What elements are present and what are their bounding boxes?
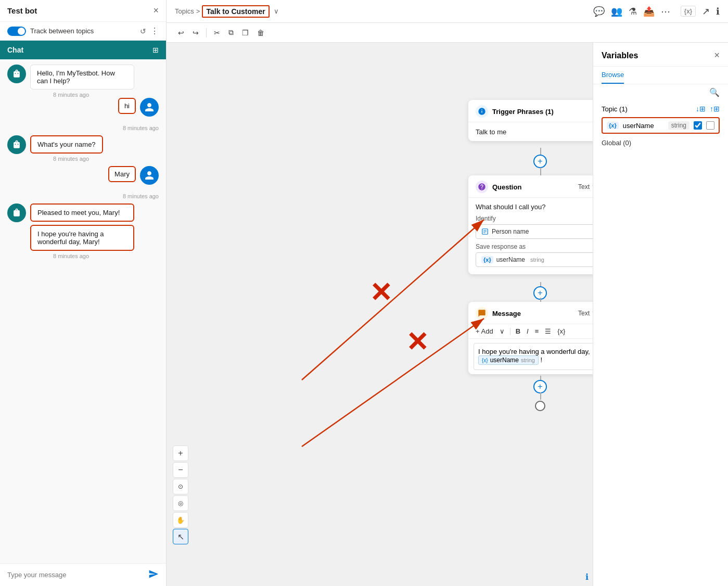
bullet-button[interactable]: ☰ — [543, 326, 553, 336]
question-text: What should I call you? — [476, 203, 593, 211]
sidebar-header: Test bot × — [0, 0, 166, 22]
variables-panel: Variables × Browse 🔍 Topic (1) ↓⊞ — [593, 43, 728, 586]
redo-button[interactable]: ↪ — [189, 27, 202, 39]
user-message-2: Mary — [108, 166, 136, 182]
var-item-name: userName — [623, 122, 664, 130]
message-type-chevron: ∨ — [592, 310, 593, 317]
bot-message-2: What's your name? — [30, 135, 103, 154]
message-content: ⧉ I hope you're having a wonderful day, … — [468, 339, 593, 374]
message-node-title: Message — [492, 310, 521, 317]
save-pill[interactable]: {x} userName string > — [476, 252, 593, 267]
bot-avatar — [7, 65, 26, 83]
connector-3b — [540, 392, 541, 400]
tab-browse[interactable]: Browse — [602, 67, 624, 84]
sidebar: Test bot × Track between topics ↺ ⋮ Chat… — [0, 0, 167, 586]
chat-input-row — [0, 563, 166, 586]
add-content-button[interactable]: + Add — [474, 326, 495, 336]
bold-button[interactable]: B — [514, 326, 522, 336]
copy-button[interactable]: ⧉ — [225, 26, 237, 39]
identify-pill[interactable]: Person name > — [476, 224, 593, 239]
msg-var-name: userName — [490, 356, 519, 364]
breadcrumb: Topics > Talk to Customer ∨ — [175, 5, 279, 18]
question-type-dropdown[interactable]: Text ∨ — [578, 183, 593, 190]
canvas-info-button[interactable]: ℹ — [585, 572, 589, 582]
message-type-dropdown[interactable]: Text ∨ — [578, 310, 593, 317]
variables-close-button[interactable]: × — [714, 50, 720, 61]
message-type-label: Text — [578, 310, 590, 317]
list-button[interactable]: ≡ — [533, 326, 541, 336]
bot-message-4: I hope you're having a wonderful day, Ma… — [30, 225, 134, 251]
user-avatar-2 — [140, 166, 159, 185]
variable-insert-button[interactable]: {x} — [555, 326, 567, 336]
chat-header: Chat ⊞ — [0, 41, 166, 59]
message-node-header: Message Text ∨ ⋮ — [468, 302, 593, 324]
trigger-node-body: Talk to me — [468, 122, 593, 141]
trigger-node-icon — [476, 105, 488, 118]
refresh-icon[interactable]: ↺ — [140, 27, 146, 35]
variables-title: Variables — [602, 51, 638, 60]
chat-input[interactable] — [7, 571, 148, 579]
bot-avatar-3 — [7, 203, 26, 222]
undo-button[interactable]: ↩ — [175, 27, 187, 39]
comment-icon[interactable]: 💬 — [593, 6, 605, 17]
question-node-title: Question — [492, 183, 521, 191]
message-toolbar: + Add ∨ B I ≡ ☰ {x} — [468, 324, 593, 339]
cut-button[interactable]: ✂ — [211, 27, 223, 39]
variables-topic-section: Topic (1) ↓⊞ ↑⊞ — [602, 105, 720, 113]
people-icon[interactable]: 👥 — [611, 6, 622, 17]
var-item-checkbox-empty[interactable] — [706, 121, 714, 130]
bot-message-2-time: 8 minutes ago — [53, 156, 103, 162]
canvas-area: ✕ ✕ Trigger Phrases (1) ⋮ — [167, 43, 593, 586]
delete-button[interactable]: 🗑 — [254, 27, 267, 39]
info-icon[interactable]: ℹ — [716, 6, 720, 17]
track-toggle[interactable] — [7, 27, 26, 36]
bot-message-1: Hello, I'm MyTestbot. How can I help? — [30, 65, 134, 90]
bot-message-3: Pleased to meet you, Mary! — [30, 203, 134, 222]
variables-search-icon[interactable]: 🔍 — [709, 87, 720, 97]
trigger-node-header: Trigger Phrases (1) ⋮ — [468, 100, 593, 122]
test-icon[interactable]: ⚗ — [629, 6, 637, 17]
question-node: Question Text ∨ ⋮ What should — [468, 175, 593, 274]
msg-var-icon: {x} — [482, 358, 488, 363]
cursor-tool-button[interactable]: ↖ — [173, 529, 188, 544]
trigger-node: Trigger Phrases (1) ⋮ Talk to me — [468, 100, 593, 141]
fit-view-button[interactable]: ⊙ — [173, 479, 188, 494]
paste-button[interactable]: ❐ — [239, 27, 252, 39]
zoom-in-button[interactable]: + — [173, 445, 188, 461]
breadcrumb-topics-link[interactable]: Topics — [175, 7, 194, 15]
more-topbar-icon[interactable]: ⋯ — [661, 6, 670, 17]
message-text-area[interactable]: ⧉ I hope you're having a wonderful day, … — [474, 343, 593, 370]
variables-global-section: Global (0) — [602, 139, 720, 147]
variables-export-button[interactable]: ↑⊞ — [710, 105, 720, 113]
analytics-icon[interactable]: ↗ — [702, 6, 710, 17]
share-icon[interactable]: 📤 — [643, 6, 655, 17]
add-btn-3[interactable]: + — [533, 380, 547, 393]
breadcrumb-chevron-icon[interactable]: ∨ — [274, 7, 279, 15]
message-node: Message Text ∨ ⋮ + Add — [468, 302, 593, 374]
chat-message-user-1: hi — [7, 98, 159, 117]
variables-header: Variables × — [593, 43, 728, 67]
variables-tabs: Browse — [593, 67, 728, 84]
chat-pin-icon[interactable]: ⊞ — [152, 46, 159, 54]
hand-tool-button[interactable]: ✋ — [173, 512, 188, 528]
chat-body: Hello, I'm MyTestbot. How can I help? 8 … — [0, 59, 166, 563]
chat-message-user-2: Mary — [7, 166, 159, 185]
center-button[interactable]: ◎ — [173, 495, 188, 511]
topbar-icons: 💬 👥 ⚗ 📤 ⋯ {x} ↗ ℹ — [593, 6, 720, 17]
more-options-icon[interactable]: ⋮ — [150, 26, 159, 36]
variables-import-button[interactable]: ↓⊞ — [696, 105, 706, 113]
add-btn-1[interactable]: + — [533, 155, 547, 168]
italic-button[interactable]: I — [525, 326, 531, 336]
user-message-1: hi — [118, 98, 136, 114]
edit-toolbar: ↩ ↪ ✂ ⧉ ❐ 🗑 — [167, 23, 728, 43]
chat-message-bot-3: Pleased to meet you, Mary! I hope you're… — [7, 203, 159, 259]
save-var-type: string — [530, 257, 544, 263]
message-suffix: ! — [541, 356, 543, 364]
user-avatar-1 — [140, 98, 159, 117]
trigger-node-title: Trigger Phrases (1) — [492, 108, 554, 116]
sidebar-close-button[interactable]: × — [153, 5, 159, 16]
send-button[interactable] — [148, 569, 159, 581]
var-item-checkbox-checked[interactable] — [694, 121, 702, 130]
add-chevron-button[interactable]: ∨ — [497, 326, 507, 336]
zoom-out-button[interactable]: − — [173, 462, 188, 478]
